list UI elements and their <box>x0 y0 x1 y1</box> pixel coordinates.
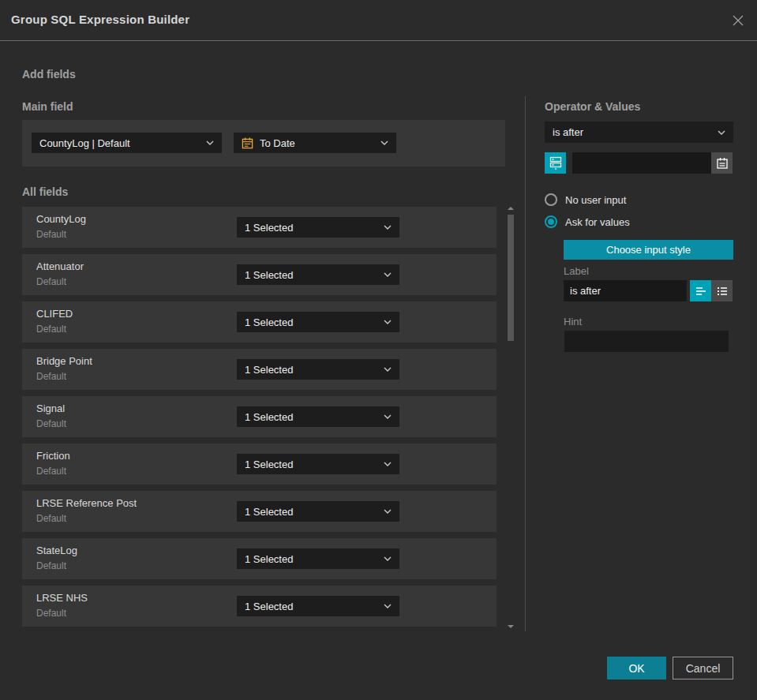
field-selected-dropdown[interactable]: 1 Selected <box>237 596 399 616</box>
align-left-icon <box>695 285 707 298</box>
vertical-divider <box>525 96 526 631</box>
radio-ask-for-values-label: Ask for values <box>565 216 630 228</box>
field-selected-value: 1 Selected <box>245 506 293 518</box>
field-selected-dropdown[interactable]: 1 Selected <box>237 312 399 332</box>
date-field-select[interactable]: To Date <box>234 133 396 153</box>
field-selected-dropdown[interactable]: 1 Selected <box>237 217 399 238</box>
scroll-down-arrow[interactable] <box>508 625 514 628</box>
scroll-up-arrow[interactable] <box>508 207 514 210</box>
radio-no-user-input[interactable]: No user input <box>545 193 626 206</box>
hint-input[interactable] <box>564 331 729 352</box>
field-row: CLIFED Default 1 Selected <box>22 301 497 343</box>
single-line-style-button[interactable] <box>690 280 711 301</box>
label-caption: Label <box>564 265 589 277</box>
cancel-button[interactable]: Cancel <box>673 657 733 679</box>
add-fields-heading: Add fields <box>22 68 76 80</box>
radio-circle-selected-icon <box>545 215 557 228</box>
chevron-down-icon <box>384 367 392 372</box>
field-name: Attenuator <box>36 260 84 272</box>
close-button[interactable] <box>729 12 747 29</box>
stacked-values-icon <box>549 156 562 170</box>
field-selected-value: 1 Selected <box>245 269 293 281</box>
choose-input-style-button[interactable]: Choose input style <box>564 240 733 260</box>
list-scrollbar[interactable] <box>504 204 515 634</box>
field-selected-dropdown[interactable]: 1 Selected <box>237 501 399 522</box>
field-name: LRSE NHS <box>36 592 88 604</box>
field-subtitle: Default <box>36 560 66 571</box>
main-field-select-value: CountyLog | Default <box>39 137 130 149</box>
field-selected-dropdown[interactable]: 1 Selected <box>237 548 399 569</box>
chevron-down-icon <box>384 509 392 514</box>
field-name: StateLog <box>36 545 77 556</box>
radio-ask-for-values[interactable]: Ask for values <box>545 215 630 228</box>
chevron-down-icon <box>384 225 392 230</box>
calendar-icon <box>716 157 729 170</box>
field-subtitle: Default <box>36 276 66 287</box>
calendar-icon <box>242 137 253 149</box>
field-selected-value: 1 Selected <box>245 411 293 423</box>
field-row: Signal Default 1 Selected <box>22 396 497 437</box>
chevron-down-icon <box>384 604 392 608</box>
operator-select-value: is after <box>553 126 583 138</box>
scrollbar-thumb[interactable] <box>508 215 514 341</box>
field-subtitle: Default <box>36 371 66 382</box>
close-icon <box>732 14 744 27</box>
field-selected-value: 1 Selected <box>245 364 293 376</box>
field-row: Attenuator Default 1 Selected <box>22 254 497 295</box>
field-subtitle: Default <box>36 513 66 524</box>
chevron-down-icon <box>718 130 725 135</box>
field-row: CountyLog Default 1 Selected <box>22 207 497 248</box>
operator-select[interactable]: is after <box>545 122 733 143</box>
field-selected-dropdown[interactable]: 1 Selected <box>237 264 399 285</box>
list-style-button[interactable] <box>711 280 733 301</box>
field-name: Signal <box>36 402 65 414</box>
field-name: CLIFED <box>36 308 73 320</box>
dialog-header: Group SQL Expression Builder <box>0 0 757 41</box>
field-selected-dropdown[interactable]: 1 Selected <box>237 359 399 380</box>
field-name: CountyLog <box>36 213 86 225</box>
field-name: Friction <box>36 450 70 462</box>
field-row: LRSE Reference Post Default 1 Selected <box>22 491 497 532</box>
field-subtitle: Default <box>36 608 66 619</box>
field-selected-value: 1 Selected <box>245 316 293 328</box>
date-value-input[interactable] <box>572 152 711 174</box>
chevron-down-icon <box>380 140 388 145</box>
chevron-down-icon <box>206 140 214 145</box>
all-fields-heading: All fields <box>22 185 68 198</box>
field-subtitle: Default <box>36 418 66 429</box>
field-selected-value: 1 Selected <box>245 553 293 565</box>
main-field-select[interactable]: CountyLog | Default <box>32 133 222 153</box>
ok-button[interactable]: OK <box>607 657 666 679</box>
hint-caption: Hint <box>564 316 582 328</box>
field-selected-value: 1 Selected <box>245 222 293 234</box>
field-row: Bridge Point Default 1 Selected <box>22 349 497 390</box>
main-field-panel: CountyLog | Default To Date <box>22 120 505 167</box>
field-name: LRSE Reference Post <box>36 497 137 509</box>
main-field-heading: Main field <box>22 100 73 113</box>
field-subtitle: Default <box>36 466 66 477</box>
bulleted-list-icon <box>716 285 729 298</box>
chevron-down-icon <box>384 272 392 277</box>
chevron-down-icon <box>384 320 392 324</box>
field-selected-dropdown[interactable]: 1 Selected <box>237 406 399 427</box>
group-sql-expression-builder-dialog: Group SQL Expression Builder Add fields … <box>0 0 757 700</box>
field-row: Friction Default 1 Selected <box>22 444 497 485</box>
field-name: Bridge Point <box>36 355 92 367</box>
field-row: LRSE NHS Default 1 Selected <box>22 586 497 627</box>
field-subtitle: Default <box>36 324 66 335</box>
value-source-button[interactable] <box>545 152 566 174</box>
date-field-select-value: To Date <box>260 137 295 149</box>
operator-values-heading: Operator & Values <box>545 100 640 113</box>
dialog-title: Group SQL Expression Builder <box>11 13 189 26</box>
date-picker-button[interactable] <box>711 152 733 174</box>
field-selected-dropdown[interactable]: 1 Selected <box>237 454 399 474</box>
chevron-down-icon <box>384 556 392 561</box>
field-row: StateLog Default 1 Selected <box>22 538 497 579</box>
label-input[interactable] <box>564 280 687 301</box>
radio-circle-icon <box>545 193 557 206</box>
all-fields-list: CountyLog Default 1 Selected Attenuator … <box>22 207 497 627</box>
field-selected-value: 1 Selected <box>245 601 293 612</box>
radio-no-user-input-label: No user input <box>565 194 626 206</box>
chevron-down-icon <box>384 414 392 419</box>
field-subtitle: Default <box>36 229 66 240</box>
